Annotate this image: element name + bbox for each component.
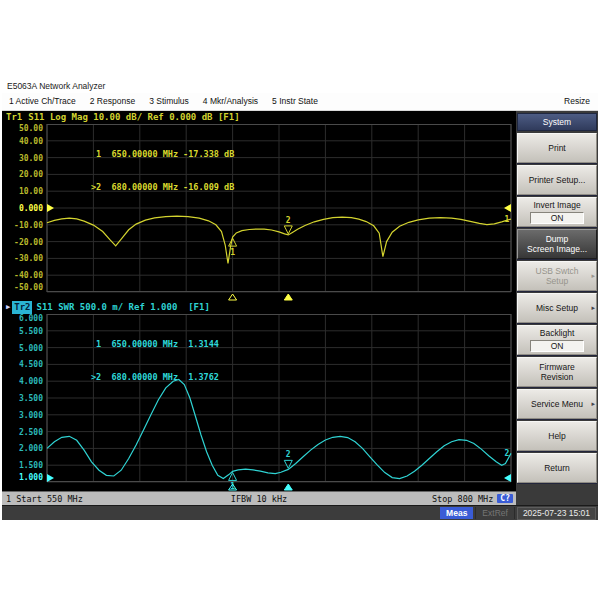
y-tick-label: -20.00 [14, 238, 43, 247]
instrument-screen: Tr1 S11 Log Mag 10.00 dB/ Ref 0.000 dB [… [2, 111, 516, 505]
marker-1-stimulus-indicator-icon [229, 294, 237, 300]
menu-mkr-analysis[interactable]: 4 Mkr/Analysis [196, 93, 265, 110]
trace2-id: Tr2 [12, 301, 32, 314]
softkey-list: PrintPrinter Setup...Invert ImageONDumpS… [516, 133, 598, 485]
softkey-help[interactable]: Help [517, 421, 597, 451]
marker2-readout: >2 680.00000 MHz -16.009 dB [91, 182, 234, 193]
trace2-y-axis-labels: 6.0005.5005.0004.5004.0003.5003.0002.500… [2, 314, 46, 491]
softkey-label: Service Menu [531, 399, 583, 409]
softkey-label: Invert Image [533, 200, 580, 210]
y-tick-label: 1.500 [19, 461, 43, 470]
extref-indicator: ExtRef [475, 507, 515, 519]
marker-2-number: 2 [286, 216, 291, 225]
y-tick-label: 4.500 [19, 360, 43, 369]
softkey-label: Print [548, 143, 565, 153]
stop-frequency: Stop 800 MHz [432, 494, 493, 504]
trace1-graticule: Tr1 S11 Log Mag 10.00 dB/ Ref 0.000 dB [… [2, 111, 516, 301]
y-tick-label: 3.000 [19, 411, 43, 420]
ref-level-left-arrow-icon [47, 474, 54, 482]
trace2-header[interactable]: ▶ Tr2 S11 SWR 500.0 m/ Ref 1.000 [F1] [2, 301, 516, 314]
trace1-header[interactable]: Tr1 S11 Log Mag 10.00 dB/ Ref 0.000 dB [… [2, 111, 516, 124]
y-tick-label: -50.00 [14, 283, 43, 292]
meas-status-badge: Meas [440, 507, 473, 519]
ref-level-right-arrow-icon [504, 204, 511, 212]
y-tick-label: 30.00 [19, 154, 43, 163]
instrument-status-bar: Meas ExtRef 2025-07-23 15:01 [2, 505, 598, 520]
trace-end-number: 1 [505, 215, 510, 224]
trace-end-number: 2 [505, 449, 510, 458]
marker1-readout: 1 650.00000 MHz 1.3144 [91, 339, 219, 350]
softkey-label: USB Swtch [536, 266, 579, 276]
y-tick-label: 10.00 [19, 187, 43, 196]
softkey-state-value: ON [530, 340, 584, 352]
trace1-plot: 121 1 650.00000 MHz -17.338 dB >2 680.00… [46, 124, 512, 301]
ifbw-value: IFBW 10 kHz [231, 494, 287, 504]
marker1-readout: 1 650.00000 MHz -17.338 dB [91, 149, 234, 160]
softkey-misc-setup[interactable]: Misc Setup▸ [517, 293, 597, 323]
y-tick-label: 2.000 [19, 444, 43, 453]
submenu-arrow-icon: ▸ [591, 399, 595, 409]
menu-response[interactable]: 2 Response [83, 93, 142, 110]
softkey-print[interactable]: Print [517, 133, 597, 163]
y-tick-label: 5.500 [19, 327, 43, 336]
menu-stimulus[interactable]: 3 Stimulus [142, 93, 196, 110]
y-tick-label: 4.000 [19, 377, 43, 386]
trace2-marker-readout: 1 650.00000 MHz 1.3144 >2 680.00000 MHz … [91, 317, 219, 405]
softkey-label: Screen Image... [527, 244, 587, 254]
y-tick-label: -10.00 [14, 221, 43, 230]
softkey-state-value: ON [530, 212, 584, 224]
y-tick-label: 2.500 [19, 428, 43, 437]
softkey-label: Setup [546, 276, 568, 286]
y-tick-label: 3.500 [19, 394, 43, 403]
softkey-dump-screen-image[interactable]: DumpScreen Image... [517, 229, 597, 259]
channel-number: 1 Start 550 MHz [2, 494, 83, 504]
softkey-usb-swtch-setup: USB SwtchSetup▸ [517, 261, 597, 291]
y-tick-label: 50.00 [19, 124, 43, 133]
active-trace-arrow-icon: ▶ [6, 301, 10, 314]
softkey-label: Firmware [539, 362, 574, 372]
ref-level-left-arrow-icon [47, 204, 54, 212]
softkey-return[interactable]: Return [517, 453, 597, 483]
marker-2-number: 2 [286, 450, 291, 459]
start-frequency: Start 550 MHz [16, 494, 83, 504]
softkey-label: Backlight [540, 328, 575, 338]
y-tick-label: -30.00 [14, 254, 43, 263]
marker-2-stimulus-indicator-icon [284, 294, 292, 300]
menu-instr-state[interactable]: 5 Instr State [265, 93, 325, 110]
clock: 2025-07-23 15:01 [517, 507, 596, 520]
softkey-backlight[interactable]: BacklightON [517, 325, 597, 355]
window-title: E5063A Network Analyzer [2, 80, 598, 93]
marker-1-number: 1 [230, 248, 235, 257]
marker-2-stimulus-indicator-icon [284, 484, 292, 490]
softkey-label: Dump [546, 234, 569, 244]
softkey-label: Misc Setup [536, 303, 578, 313]
ref-level-right-arrow-icon [504, 474, 511, 482]
submenu-arrow-icon: ▸ [591, 271, 595, 281]
y-tick-label: 6.000 [19, 314, 43, 323]
trace1-y-axis-labels: 50.0040.0030.0020.0010.000.000-10.00-20.… [2, 124, 46, 301]
analyzer-window: E5063A Network Analyzer 1 Active Ch/Trac… [2, 80, 598, 520]
y-tick-label: -40.00 [14, 271, 43, 280]
softkey-service-menu[interactable]: Service Menu▸ [517, 389, 597, 419]
softkey-label: Return [544, 463, 570, 473]
trace1-marker-readout: 1 650.00000 MHz -17.338 dB >2 680.00000 … [91, 127, 234, 215]
y-tick-label: 0.000 [19, 204, 43, 213]
softkey-firmware-revision[interactable]: FirmwareRevision [517, 357, 597, 387]
softkey-menu-title: System [517, 113, 597, 131]
trace2-plot: 122 1 650.00000 MHz 1.3144 >2 680.00000 … [46, 314, 512, 491]
y-tick-label: 1.000 [19, 473, 43, 482]
resize-button[interactable]: Resize [556, 93, 598, 110]
y-tick-label: 20.00 [19, 170, 43, 179]
submenu-arrow-icon: ▸ [591, 303, 595, 313]
softkey-invert-image[interactable]: Invert ImageON [517, 197, 597, 227]
softkey-printer-setup[interactable]: Printer Setup... [517, 165, 597, 195]
menu-active-ch-trace[interactable]: 1 Active Ch/Trace [2, 93, 83, 110]
y-tick-label: 5.000 [19, 344, 43, 353]
trace2-params: S11 SWR 500.0 m/ Ref 1.000 [F1] [36, 301, 209, 314]
softkey-label: Printer Setup... [529, 175, 586, 185]
trace2-graticule: ▶ Tr2 S11 SWR 500.0 m/ Ref 1.000 [F1] 6.… [2, 301, 516, 491]
cal-status-badge: C? [497, 494, 513, 503]
softkey-label: Revision [541, 372, 574, 382]
menu-bar: 1 Active Ch/Trace 2 Response 3 Stimulus … [2, 93, 598, 111]
channel-status-bar: 1 Start 550 MHz IFBW 10 kHz Stop 800 MHz… [2, 491, 516, 505]
